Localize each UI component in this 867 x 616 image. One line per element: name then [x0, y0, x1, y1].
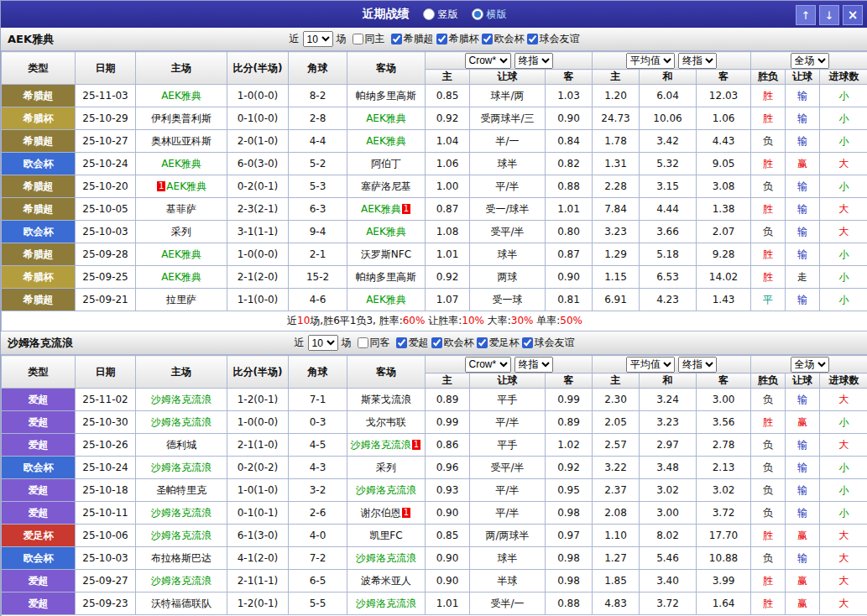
team-link[interactable]: AEK雅典 [366, 135, 406, 147]
team-link[interactable]: AEK雅典 [166, 180, 206, 192]
team-link[interactable]: 帕纳多里高斯 [356, 90, 416, 102]
radio-icon[interactable] [423, 8, 435, 20]
team-link[interactable]: 奥林匹亚科斯 [151, 135, 212, 147]
full-match-select[interactable]: 全场 [791, 357, 829, 373]
league-checkbox-input[interactable] [391, 34, 402, 44]
odds-time-select[interactable]: 终指 [514, 357, 553, 373]
team-link[interactable]: AEK雅典 [366, 112, 406, 124]
move-down-button[interactable]: ↓ [819, 5, 839, 25]
odds-time-select[interactable]: 终指 [514, 53, 553, 69]
team-link[interactable]: 谢尔伯恩 [361, 507, 401, 519]
home-team-cell: AEK雅典 [136, 153, 227, 175]
league-filter-checkbox[interactable]: 希腊杯 [434, 32, 479, 46]
team-link[interactable]: AEK雅典 [361, 203, 401, 215]
team-link[interactable]: AEK雅典 [161, 158, 201, 170]
same-side-input[interactable] [353, 34, 363, 44]
recent-count-select[interactable]: 10 [303, 31, 333, 47]
team-link[interactable]: 沃特福德联队 [151, 598, 212, 609]
team-link[interactable]: 沙姆洛克流浪 [151, 507, 212, 519]
team-link[interactable]: AEK雅典 [366, 294, 406, 305]
league-filter-checkbox[interactable]: 希腊超 [389, 32, 434, 46]
odds-time-select-2[interactable]: 终指 [678, 53, 717, 69]
same-side-checkbox[interactable]: 同主 [350, 32, 385, 46]
col-corner: 角球 [289, 356, 347, 389]
team-link[interactable]: 沙姆洛克流浪 [151, 416, 212, 428]
bookmaker-select[interactable]: Crow* [465, 357, 511, 373]
team-link[interactable]: 沙姆洛克流浪 [151, 575, 212, 587]
handicap-odds-cell: 0.90 [426, 502, 470, 525]
league-checkbox-input[interactable] [527, 34, 538, 44]
layout-radio[interactable]: 横版 [472, 8, 507, 22]
euro-odds-cell: 1.43 [697, 289, 751, 311]
team-name: AEK雅典 [8, 32, 54, 47]
team-link[interactable]: 拉里萨 [166, 294, 196, 305]
league-filter-checkbox[interactable]: 球会友谊 [525, 32, 580, 46]
team-link[interactable]: 德利城 [166, 439, 196, 451]
team-link[interactable]: 波希米亚人 [361, 575, 411, 587]
team-link[interactable]: AEK雅典 [161, 248, 201, 260]
team-link[interactable]: 采列 [171, 226, 191, 238]
same-side-input[interactable] [358, 337, 368, 348]
league-checkbox-input[interactable] [396, 337, 407, 348]
corner-cell: 9-4 [289, 221, 347, 243]
euro-odds-cell: 5.46 [640, 547, 697, 570]
euro-odds-cell: 14.02 [697, 266, 751, 289]
panel-title: 近期战绩 [363, 7, 410, 22]
close-button[interactable]: × [843, 5, 863, 25]
euro-odds-cell: 3.24 [640, 389, 697, 411]
team-link[interactable]: AEK雅典 [161, 271, 201, 283]
average-select[interactable]: 平均值 [626, 53, 675, 69]
euro-odds-cell: 2.05 [593, 411, 640, 434]
col-res-handicap: 让球 [786, 70, 820, 85]
odds-time-select-2[interactable]: 终指 [678, 357, 717, 373]
move-up-button[interactable]: ↑ [796, 5, 816, 25]
league-cell: 希腊超 [2, 130, 76, 153]
league-cell: 希腊超 [2, 289, 76, 311]
team-link[interactable]: 布拉格斯巴达 [151, 552, 212, 564]
full-match-select[interactable]: 全场 [791, 53, 829, 69]
team-link[interactable]: AEK雅典 [366, 226, 406, 238]
recent-count-select[interactable]: 10 [308, 335, 338, 351]
league-filter-checkbox[interactable]: 球会友谊 [520, 336, 575, 350]
team-link[interactable]: 圣帕特里克 [156, 484, 206, 496]
league-checkbox-input[interactable] [482, 34, 493, 44]
layout-radio[interactable]: 竖版 [423, 8, 458, 22]
league-filter-checkbox[interactable]: 爱足杯 [474, 336, 520, 350]
same-side-checkbox[interactable]: 同客 [355, 336, 390, 350]
team-link[interactable]: 伊利奥普利斯 [151, 112, 212, 124]
team-link[interactable]: 塞萨洛尼基 [361, 180, 411, 192]
league-filter-checkbox[interactable]: 爱超 [394, 336, 429, 350]
team-link[interactable]: 采列 [376, 462, 396, 473]
team-link[interactable]: 基菲萨 [166, 203, 196, 215]
team-link[interactable]: 沙姆洛克流浪 [351, 439, 411, 451]
team-link[interactable]: 凯里FC [369, 530, 402, 541]
result-cell: 大 [820, 198, 867, 221]
euro-odds-cell: 4.23 [640, 289, 697, 311]
league-checkbox-input[interactable] [477, 337, 488, 348]
league-checkbox-input[interactable] [436, 34, 447, 44]
league-checkbox-input[interactable] [522, 337, 533, 348]
league-filter-checkbox[interactable]: 欧会杯 [479, 32, 525, 46]
radio-icon[interactable] [472, 8, 483, 20]
average-select[interactable]: 平均值 [626, 357, 675, 373]
team-link[interactable]: 沙姆洛克流浪 [356, 552, 416, 564]
match-row: 爱超25-10-30沙姆洛克流浪1-0(0-0)0-3戈尔韦联0.99平/半0.… [2, 411, 867, 434]
result-cell: 走 [786, 266, 820, 289]
away-team-cell: 帕纳多里高斯 [347, 266, 426, 289]
team-link[interactable]: 斯莱戈流浪 [361, 394, 411, 405]
team-link[interactable]: 阿伯丁 [371, 158, 401, 170]
col-score: 比分(半场) [227, 52, 289, 85]
team-link[interactable]: AEK雅典 [161, 90, 201, 102]
team-link[interactable]: 沙姆洛克流浪 [151, 530, 212, 541]
league-checkbox-input[interactable] [431, 337, 442, 348]
team-link[interactable]: 沙姆洛克流浪 [356, 484, 416, 496]
league-filter-checkbox[interactable]: 欧会杯 [429, 336, 474, 350]
bookmaker-select[interactable]: Crow* [465, 53, 511, 69]
team-link[interactable]: 帕纳多里高斯 [356, 271, 416, 283]
team-link[interactable]: 戈尔韦联 [366, 416, 406, 428]
score-cell: 1-0(0-0) [227, 243, 289, 266]
team-link[interactable]: 沙姆洛克流浪 [151, 462, 212, 473]
team-link[interactable]: 沙姆洛克流浪 [151, 394, 212, 405]
team-link[interactable]: 沃罗斯NFC [361, 248, 411, 260]
team-link[interactable]: 沙姆洛克流浪 [356, 598, 416, 609]
